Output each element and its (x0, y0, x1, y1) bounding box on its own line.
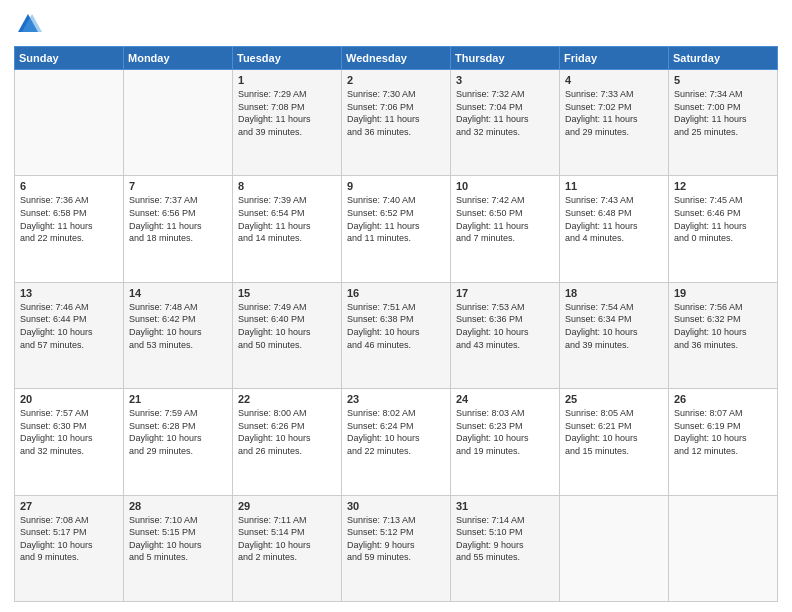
day-info: Sunrise: 8:07 AM Sunset: 6:19 PM Dayligh… (674, 407, 772, 457)
day-cell: 28Sunrise: 7:10 AM Sunset: 5:15 PM Dayli… (124, 495, 233, 601)
day-number: 4 (565, 74, 663, 86)
day-cell (124, 70, 233, 176)
weekday-header-thursday: Thursday (451, 47, 560, 70)
calendar: SundayMondayTuesdayWednesdayThursdayFrid… (14, 46, 778, 602)
day-number: 26 (674, 393, 772, 405)
day-cell: 5Sunrise: 7:34 AM Sunset: 7:00 PM Daylig… (669, 70, 778, 176)
day-info: Sunrise: 7:30 AM Sunset: 7:06 PM Dayligh… (347, 88, 445, 138)
day-number: 31 (456, 500, 554, 512)
day-info: Sunrise: 7:08 AM Sunset: 5:17 PM Dayligh… (20, 514, 118, 564)
logo-icon (14, 10, 42, 38)
day-number: 21 (129, 393, 227, 405)
day-cell: 20Sunrise: 7:57 AM Sunset: 6:30 PM Dayli… (15, 389, 124, 495)
day-number: 9 (347, 180, 445, 192)
day-cell: 24Sunrise: 8:03 AM Sunset: 6:23 PM Dayli… (451, 389, 560, 495)
day-info: Sunrise: 8:03 AM Sunset: 6:23 PM Dayligh… (456, 407, 554, 457)
day-number: 14 (129, 287, 227, 299)
day-cell: 17Sunrise: 7:53 AM Sunset: 6:36 PM Dayli… (451, 282, 560, 388)
day-cell: 4Sunrise: 7:33 AM Sunset: 7:02 PM Daylig… (560, 70, 669, 176)
day-cell (560, 495, 669, 601)
day-cell: 18Sunrise: 7:54 AM Sunset: 6:34 PM Dayli… (560, 282, 669, 388)
day-cell: 30Sunrise: 7:13 AM Sunset: 5:12 PM Dayli… (342, 495, 451, 601)
day-cell: 14Sunrise: 7:48 AM Sunset: 6:42 PM Dayli… (124, 282, 233, 388)
day-info: Sunrise: 7:13 AM Sunset: 5:12 PM Dayligh… (347, 514, 445, 564)
day-info: Sunrise: 7:34 AM Sunset: 7:00 PM Dayligh… (674, 88, 772, 138)
day-info: Sunrise: 7:59 AM Sunset: 6:28 PM Dayligh… (129, 407, 227, 457)
day-info: Sunrise: 7:56 AM Sunset: 6:32 PM Dayligh… (674, 301, 772, 351)
day-cell: 7Sunrise: 7:37 AM Sunset: 6:56 PM Daylig… (124, 176, 233, 282)
day-cell: 6Sunrise: 7:36 AM Sunset: 6:58 PM Daylig… (15, 176, 124, 282)
week-row-5: 27Sunrise: 7:08 AM Sunset: 5:17 PM Dayli… (15, 495, 778, 601)
day-cell: 19Sunrise: 7:56 AM Sunset: 6:32 PM Dayli… (669, 282, 778, 388)
day-cell: 31Sunrise: 7:14 AM Sunset: 5:10 PM Dayli… (451, 495, 560, 601)
day-number: 3 (456, 74, 554, 86)
day-cell: 1Sunrise: 7:29 AM Sunset: 7:08 PM Daylig… (233, 70, 342, 176)
weekday-header-friday: Friday (560, 47, 669, 70)
day-info: Sunrise: 7:45 AM Sunset: 6:46 PM Dayligh… (674, 194, 772, 244)
day-cell: 13Sunrise: 7:46 AM Sunset: 6:44 PM Dayli… (15, 282, 124, 388)
day-info: Sunrise: 7:51 AM Sunset: 6:38 PM Dayligh… (347, 301, 445, 351)
day-info: Sunrise: 7:43 AM Sunset: 6:48 PM Dayligh… (565, 194, 663, 244)
page: SundayMondayTuesdayWednesdayThursdayFrid… (0, 0, 792, 612)
day-info: Sunrise: 7:57 AM Sunset: 6:30 PM Dayligh… (20, 407, 118, 457)
header (14, 10, 778, 38)
day-number: 20 (20, 393, 118, 405)
day-cell: 26Sunrise: 8:07 AM Sunset: 6:19 PM Dayli… (669, 389, 778, 495)
day-cell: 15Sunrise: 7:49 AM Sunset: 6:40 PM Dayli… (233, 282, 342, 388)
day-info: Sunrise: 7:40 AM Sunset: 6:52 PM Dayligh… (347, 194, 445, 244)
weekday-header-sunday: Sunday (15, 47, 124, 70)
day-number: 8 (238, 180, 336, 192)
day-info: Sunrise: 7:33 AM Sunset: 7:02 PM Dayligh… (565, 88, 663, 138)
day-number: 2 (347, 74, 445, 86)
day-number: 25 (565, 393, 663, 405)
weekday-header-wednesday: Wednesday (342, 47, 451, 70)
day-info: Sunrise: 7:14 AM Sunset: 5:10 PM Dayligh… (456, 514, 554, 564)
day-number: 1 (238, 74, 336, 86)
day-cell (669, 495, 778, 601)
day-info: Sunrise: 7:10 AM Sunset: 5:15 PM Dayligh… (129, 514, 227, 564)
day-number: 19 (674, 287, 772, 299)
day-number: 15 (238, 287, 336, 299)
weekday-header-saturday: Saturday (669, 47, 778, 70)
day-info: Sunrise: 7:32 AM Sunset: 7:04 PM Dayligh… (456, 88, 554, 138)
day-cell: 27Sunrise: 7:08 AM Sunset: 5:17 PM Dayli… (15, 495, 124, 601)
day-number: 24 (456, 393, 554, 405)
day-cell (15, 70, 124, 176)
day-info: Sunrise: 7:39 AM Sunset: 6:54 PM Dayligh… (238, 194, 336, 244)
day-number: 30 (347, 500, 445, 512)
day-number: 18 (565, 287, 663, 299)
day-number: 28 (129, 500, 227, 512)
day-number: 23 (347, 393, 445, 405)
weekday-header-row: SundayMondayTuesdayWednesdayThursdayFrid… (15, 47, 778, 70)
day-cell: 16Sunrise: 7:51 AM Sunset: 6:38 PM Dayli… (342, 282, 451, 388)
day-cell: 25Sunrise: 8:05 AM Sunset: 6:21 PM Dayli… (560, 389, 669, 495)
day-info: Sunrise: 7:54 AM Sunset: 6:34 PM Dayligh… (565, 301, 663, 351)
day-info: Sunrise: 7:11 AM Sunset: 5:14 PM Dayligh… (238, 514, 336, 564)
day-number: 17 (456, 287, 554, 299)
day-cell: 10Sunrise: 7:42 AM Sunset: 6:50 PM Dayli… (451, 176, 560, 282)
day-info: Sunrise: 7:49 AM Sunset: 6:40 PM Dayligh… (238, 301, 336, 351)
day-number: 12 (674, 180, 772, 192)
day-number: 16 (347, 287, 445, 299)
week-row-1: 1Sunrise: 7:29 AM Sunset: 7:08 PM Daylig… (15, 70, 778, 176)
day-info: Sunrise: 7:37 AM Sunset: 6:56 PM Dayligh… (129, 194, 227, 244)
day-cell: 29Sunrise: 7:11 AM Sunset: 5:14 PM Dayli… (233, 495, 342, 601)
day-info: Sunrise: 8:00 AM Sunset: 6:26 PM Dayligh… (238, 407, 336, 457)
day-cell: 8Sunrise: 7:39 AM Sunset: 6:54 PM Daylig… (233, 176, 342, 282)
day-number: 10 (456, 180, 554, 192)
day-cell: 23Sunrise: 8:02 AM Sunset: 6:24 PM Dayli… (342, 389, 451, 495)
day-info: Sunrise: 7:53 AM Sunset: 6:36 PM Dayligh… (456, 301, 554, 351)
day-number: 5 (674, 74, 772, 86)
day-cell: 11Sunrise: 7:43 AM Sunset: 6:48 PM Dayli… (560, 176, 669, 282)
day-info: Sunrise: 7:42 AM Sunset: 6:50 PM Dayligh… (456, 194, 554, 244)
day-info: Sunrise: 8:02 AM Sunset: 6:24 PM Dayligh… (347, 407, 445, 457)
day-cell: 3Sunrise: 7:32 AM Sunset: 7:04 PM Daylig… (451, 70, 560, 176)
week-row-3: 13Sunrise: 7:46 AM Sunset: 6:44 PM Dayli… (15, 282, 778, 388)
weekday-header-tuesday: Tuesday (233, 47, 342, 70)
day-cell: 21Sunrise: 7:59 AM Sunset: 6:28 PM Dayli… (124, 389, 233, 495)
week-row-2: 6Sunrise: 7:36 AM Sunset: 6:58 PM Daylig… (15, 176, 778, 282)
day-cell: 2Sunrise: 7:30 AM Sunset: 7:06 PM Daylig… (342, 70, 451, 176)
day-number: 11 (565, 180, 663, 192)
logo (14, 10, 46, 38)
day-cell: 12Sunrise: 7:45 AM Sunset: 6:46 PM Dayli… (669, 176, 778, 282)
